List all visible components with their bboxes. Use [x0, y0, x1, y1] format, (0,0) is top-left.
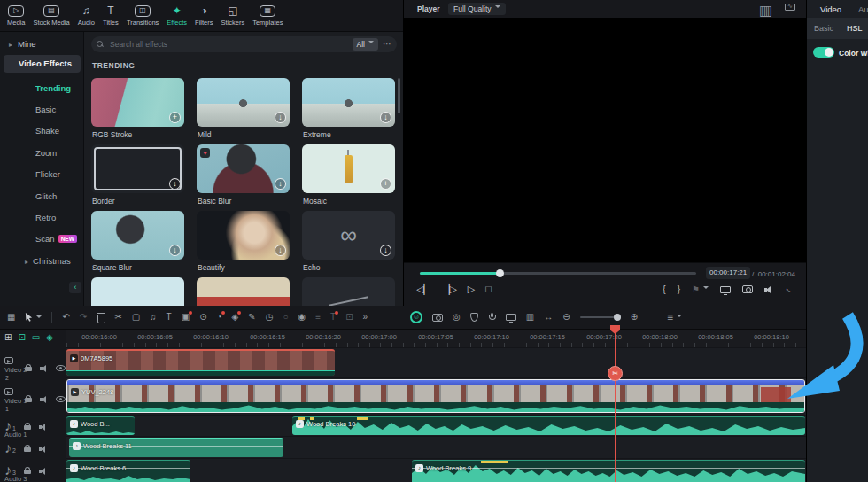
sidebar-item-zoom[interactable]: Zoom — [35, 148, 57, 158]
track-manager-icon[interactable] — [667, 312, 682, 323]
mute-icon[interactable] — [39, 467, 48, 475]
mute-icon[interactable] — [39, 423, 48, 431]
visibility-eye-icon[interactable] — [56, 396, 66, 402]
lock-icon[interactable] — [24, 423, 31, 431]
chroma-key-icon[interactable] — [298, 313, 306, 322]
media-browser-icon[interactable] — [7, 313, 15, 322]
add-icon[interactable] — [380, 178, 391, 190]
mark-in-icon[interactable] — [663, 285, 665, 294]
snapshot-camera-icon[interactable] — [742, 285, 753, 293]
mute-icon[interactable] — [40, 364, 49, 372]
scopes-icon[interactable] — [785, 4, 795, 11]
select-tool-icon[interactable] — [25, 312, 42, 323]
search-input[interactable] — [108, 39, 348, 50]
more-options-icon[interactable] — [383, 40, 391, 49]
add-icon[interactable] — [169, 112, 181, 123]
camera-icon[interactable] — [432, 314, 443, 322]
tab-stock-media[interactable]: Stock Media — [33, 5, 69, 27]
previous-frame-button[interactable] — [416, 284, 431, 294]
subtab-hsl[interactable]: HSL — [847, 24, 863, 33]
effect-card[interactable]: Square Blur — [91, 211, 184, 277]
playhead-line[interactable] — [615, 325, 616, 482]
sidebar-item-basic[interactable]: Basic — [35, 105, 56, 114]
beat-detection-icon[interactable] — [150, 313, 157, 322]
clip-audio1-b[interactable]: Wood Breaks 10 — [292, 416, 805, 435]
subtab-basic[interactable]: Basic — [814, 24, 833, 33]
download-icon[interactable] — [380, 245, 391, 256]
effect-card[interactable]: RGB Stroke — [91, 78, 184, 144]
clip-audio1-a[interactable]: Wood B... — [66, 416, 135, 435]
seek-bar[interactable] — [420, 272, 696, 275]
filter-all-dropdown[interactable]: All — [353, 38, 378, 51]
download-icon[interactable] — [275, 112, 286, 123]
add-track-icon[interactable] — [4, 333, 12, 342]
tab-audio[interactable]: Audio — [78, 5, 95, 27]
playhead-cut-badge[interactable] — [608, 366, 623, 381]
more-tools-icon[interactable] — [363, 313, 368, 322]
redo-icon[interactable] — [80, 313, 87, 322]
tab-media[interactable]: Media — [7, 5, 25, 27]
adjustment-icon[interactable] — [315, 313, 321, 322]
speed-ramping-icon[interactable] — [217, 313, 222, 322]
collapse-sidebar-button[interactable]: ‹ — [69, 282, 81, 293]
lock-icon[interactable] — [24, 445, 31, 453]
download-icon[interactable] — [275, 245, 286, 256]
zoom-in-icon[interactable] — [631, 313, 638, 322]
compound-clip-icon[interactable] — [345, 313, 353, 322]
tab-transitions[interactable]: Transitions — [127, 5, 159, 27]
tab-templates[interactable]: Templates — [252, 5, 283, 27]
tab-stickers[interactable]: Stickers — [221, 5, 245, 27]
effect-card[interactable]: Mosaic — [302, 144, 395, 211]
voiceover-mic-icon[interactable] — [488, 313, 496, 322]
effect-card[interactable]: Echo — [302, 211, 395, 277]
effect-card[interactable] — [91, 277, 184, 306]
play-button[interactable] — [468, 284, 475, 294]
keyframe-icon[interactable] — [232, 313, 239, 322]
link-clips-icon[interactable] — [18, 333, 25, 342]
sidebar-item-mine[interactable]: Mine — [9, 39, 36, 49]
timeline-ruler[interactable]: 00:00:16:00 00:00:16:05 00:00:16:10 00:0… — [0, 330, 806, 347]
seek-handle[interactable] — [496, 269, 504, 277]
sidebar-item-christmas[interactable]: Christmas — [25, 256, 71, 266]
effect-card[interactable] — [197, 277, 290, 306]
download-icon[interactable] — [169, 245, 181, 256]
sidebar-item-retro[interactable]: Retro — [35, 213, 56, 222]
download-icon[interactable] — [169, 178, 181, 190]
effect-card[interactable]: Basic Blur — [197, 144, 290, 211]
sidebar-item-glitch[interactable]: Glitch — [35, 191, 57, 201]
scrollbar[interactable] — [398, 78, 400, 113]
tab-titles[interactable]: Titles — [103, 5, 119, 27]
auto-ripple-icon[interactable] — [544, 313, 553, 322]
mark-out-icon[interactable] — [678, 285, 680, 294]
mask-icon[interactable] — [182, 313, 190, 322]
auto-ripple-track-icon[interactable] — [32, 333, 40, 342]
mute-speaker-icon[interactable] — [764, 285, 773, 293]
split-view-icon[interactable] — [759, 4, 772, 18]
effect-card[interactable]: Border — [91, 144, 184, 211]
split-screen-icon[interactable] — [526, 313, 534, 322]
effect-card[interactable] — [302, 277, 395, 306]
fullscreen-icon[interactable] — [783, 283, 795, 295]
clip-video2[interactable]: 0M7A5895 — [66, 349, 335, 376]
track-mask-icon[interactable] — [46, 333, 53, 342]
tab-effects[interactable]: Effects — [167, 5, 187, 27]
quality-dropdown[interactable]: Full Quality — [448, 3, 506, 15]
screen-recorder-icon[interactable] — [506, 314, 516, 321]
text-tool-icon[interactable] — [167, 313, 172, 322]
timeline-zoom-slider[interactable] — [580, 316, 621, 318]
lock-icon[interactable] — [24, 467, 31, 475]
motion-tracking-icon[interactable] — [199, 313, 206, 322]
render-preview-icon[interactable] — [266, 313, 274, 322]
tab-audio-properties[interactable]: Audio — [858, 4, 868, 14]
ai-portrait-icon[interactable] — [410, 311, 422, 323]
tab-video-properties[interactable]: Video — [820, 4, 841, 14]
sidebar-item-video-effects[interactable]: Video Effects — [4, 55, 81, 73]
sidebar-item-shake[interactable]: Shake — [35, 126, 59, 136]
clip-audio3-a[interactable]: Wood Breaks 6 — [66, 460, 190, 482]
download-icon[interactable] — [380, 112, 391, 123]
stop-button[interactable] — [485, 284, 492, 294]
record-icon[interactable] — [453, 313, 461, 322]
effect-card[interactable]: Mild — [197, 78, 290, 144]
visibility-eye-icon[interactable] — [56, 365, 66, 371]
split-scissors-icon[interactable] — [114, 313, 121, 322]
